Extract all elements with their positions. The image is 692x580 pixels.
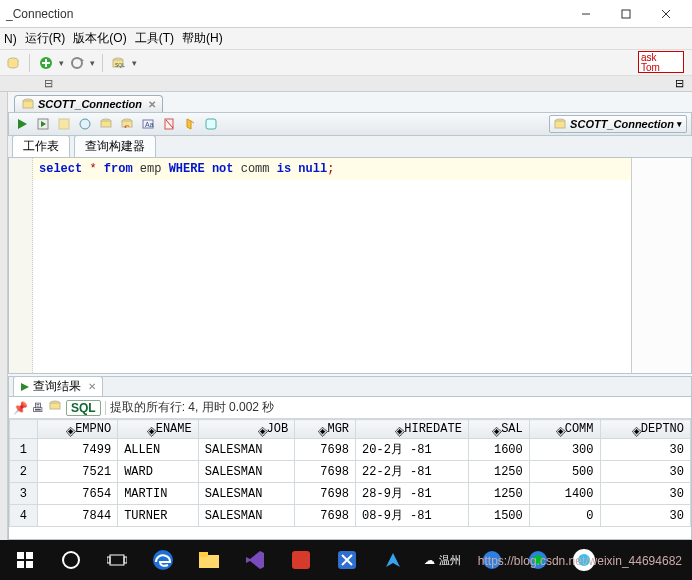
results-tab-row: 查询结果 ✕ [9, 377, 691, 397]
ask-tom-box[interactable]: ask Tom [638, 51, 684, 73]
svg-text:SQL: SQL [115, 62, 125, 68]
pin-icon[interactable]: 📌 [13, 401, 28, 415]
toolbar-db-icon[interactable] [4, 54, 22, 72]
window-title: _Connection [6, 7, 566, 21]
menu-version[interactable]: 版本化(O) [73, 30, 126, 47]
chevron-down-icon[interactable]: ▾ [59, 58, 64, 68]
svg-text:Aa: Aa [145, 121, 154, 128]
table-row[interactable]: 37654MARTINSALESMAN769828-9月 -8112501400… [10, 483, 691, 505]
svg-point-6 [72, 58, 82, 68]
sql-button[interactable]: SQL [66, 400, 101, 416]
print-icon[interactable]: 🖶 [32, 401, 44, 415]
close-button[interactable] [646, 1, 686, 27]
menu-tools[interactable]: 工具(T) [135, 30, 174, 47]
collapse-right-icon[interactable]: ⊟ [675, 77, 684, 90]
col-empno[interactable]: 🞛EMPNO [37, 420, 118, 439]
run-statement-icon[interactable] [13, 115, 31, 133]
app-red-icon[interactable] [280, 540, 322, 580]
start-button[interactable] [4, 540, 46, 580]
results-tab[interactable]: 查询结果 ✕ [13, 376, 103, 396]
maximize-button[interactable] [606, 1, 646, 27]
app-tencent-icon[interactable] [372, 540, 414, 580]
col-sal[interactable]: 🞛SAL [468, 420, 529, 439]
edge-icon[interactable] [142, 540, 184, 580]
history-icon[interactable] [181, 115, 199, 133]
snippets-icon[interactable] [202, 115, 220, 133]
visual-studio-icon[interactable] [234, 540, 276, 580]
taskview-icon[interactable] [96, 540, 138, 580]
svg-rect-45 [292, 551, 310, 569]
explorer-icon[interactable] [188, 540, 230, 580]
commit-icon[interactable] [97, 115, 115, 133]
svg-rect-16 [59, 119, 69, 129]
unshared-icon[interactable]: Aa [139, 115, 157, 133]
connection-dropdown-label: SCOTT_Connection [570, 118, 674, 130]
toolbar-sql-icon[interactable]: SQL [110, 54, 128, 72]
svg-point-17 [80, 119, 90, 129]
results-tab-label: 查询结果 [33, 378, 81, 395]
menu-n[interactable]: N) [4, 32, 17, 46]
weather-label: 温州 [439, 553, 461, 568]
col-rownum[interactable] [10, 420, 38, 439]
svg-rect-39 [107, 557, 110, 563]
autotrace-icon[interactable] [76, 115, 94, 133]
refresh-icon[interactable] [48, 399, 62, 416]
results-status: 提取的所有行: 4, 用时 0.002 秒 [110, 399, 275, 416]
svg-rect-12 [23, 101, 33, 108]
svg-rect-40 [124, 557, 127, 563]
worksheet-tabs: 工作表 查询构建器 [8, 136, 692, 158]
weather-widget[interactable]: ☁温州 [418, 540, 467, 580]
chevron-down-icon[interactable]: ▾ [132, 58, 137, 68]
col-job[interactable]: 🞛JOB [198, 420, 294, 439]
svg-rect-1 [622, 10, 630, 18]
results-grid: 🞛EMPNO 🞛ENAME 🞛JOB 🞛MGR 🞛HIREDATE 🞛SAL 🞛… [9, 419, 691, 527]
watermark-url: https://blog.csdn.net/weixin_44694682 [478, 554, 682, 568]
connection-dropdown[interactable]: SCOTT_Connection ▾ [549, 115, 687, 133]
explain-plan-icon[interactable] [55, 115, 73, 133]
play-icon [20, 382, 30, 392]
svg-marker-30 [21, 383, 29, 391]
table-row[interactable]: 47844TURNERSALESMAN769808-9月 -811500030 [10, 505, 691, 527]
minimize-button[interactable] [566, 1, 606, 27]
col-mgr[interactable]: 🞛MGR [295, 420, 356, 439]
windows-taskbar: ☁温州 https://blog.csdn.net/weixin_4469468… [0, 540, 692, 580]
svg-rect-38 [110, 555, 124, 565]
col-hiredate[interactable]: 🞛HIREDATE [356, 420, 469, 439]
col-deptno[interactable]: 🞛DEPTNO [600, 420, 691, 439]
col-comm[interactable]: 🞛COMM [529, 420, 600, 439]
app-blue-icon[interactable] [326, 540, 368, 580]
sql-toolbar: ↶ Aa SCOTT_Connection ▾ [8, 112, 692, 136]
tab-query-builder[interactable]: 查询构建器 [74, 135, 156, 157]
svg-rect-29 [555, 121, 565, 128]
chevron-down-icon[interactable]: ▾ [90, 58, 95, 68]
menu-bar: N) 运行(R) 版本化(O) 工具(T) 帮助(H) [0, 28, 692, 50]
run-script-icon[interactable] [34, 115, 52, 133]
svg-text:↶: ↶ [124, 124, 129, 130]
menu-help[interactable]: 帮助(H) [182, 30, 223, 47]
clear-icon[interactable] [160, 115, 178, 133]
window-titlebar: _Connection [0, 0, 692, 28]
menu-run[interactable]: 运行(R) [25, 30, 66, 47]
svg-marker-7 [81, 58, 84, 61]
connection-tab-row: SCOTT_Connection ✕ [8, 92, 692, 112]
table-row[interactable]: 27521WARDSALESMAN769822-2月 -81125050030 [10, 461, 691, 483]
collapse-left-icon[interactable]: ⊟ [44, 77, 53, 90]
sql-editor[interactable]: select * from emp WHERE not comm is null… [8, 158, 692, 374]
close-icon[interactable]: ✕ [88, 381, 96, 392]
cortana-icon[interactable] [50, 540, 92, 580]
toolbar-refresh-icon[interactable] [68, 54, 86, 72]
editor-gutter [9, 158, 33, 373]
toolbar-add-icon[interactable] [37, 54, 55, 72]
close-tab-icon[interactable]: ✕ [148, 99, 156, 110]
svg-point-37 [63, 552, 79, 568]
editor-text[interactable]: select * from emp WHERE not comm is null… [33, 158, 631, 373]
svg-rect-19 [101, 121, 111, 127]
table-row[interactable]: 17499ALLENSALESMAN769820-2月 -81160030030 [10, 439, 691, 461]
svg-rect-43 [199, 552, 208, 557]
col-ename[interactable]: 🞛ENAME [118, 420, 199, 439]
tab-worksheet[interactable]: 工作表 [12, 135, 70, 157]
connection-tab[interactable]: SCOTT_Connection ✕ [14, 95, 163, 112]
results-panel: 查询结果 ✕ 📌 🖶 SQL 提取的所有行: 4, 用时 0.002 秒 [8, 376, 692, 540]
rollback-icon[interactable]: ↶ [118, 115, 136, 133]
main-toolbar: ▾ ▾ SQL ▾ ask Tom [0, 50, 692, 76]
